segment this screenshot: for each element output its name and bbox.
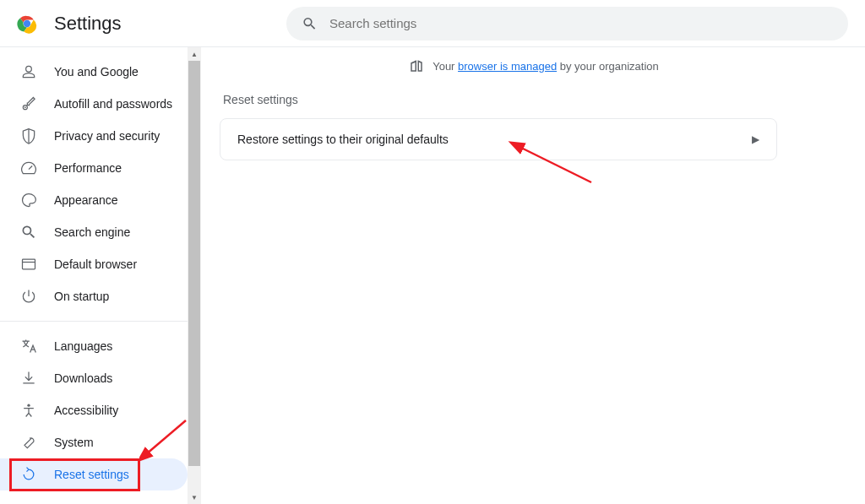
sidebar-item-system[interactable]: System <box>0 426 188 458</box>
sidebar-item-downloads[interactable]: Downloads <box>0 362 188 394</box>
sidebar-item-privacy[interactable]: Privacy and security <box>0 120 188 152</box>
sidebar-item-reset-settings[interactable]: Reset settings <box>0 458 188 490</box>
sidebar-item-label: Reset settings <box>54 468 129 481</box>
section-title: Reset settings <box>220 93 848 106</box>
search-icon <box>302 15 318 32</box>
nav-divider <box>0 321 188 322</box>
palette-icon <box>20 192 37 209</box>
sidebar-item-label: Languages <box>54 339 112 353</box>
chevron-right-icon: ▶ <box>752 133 759 145</box>
sidebar-item-on-startup[interactable]: On startup <box>0 280 188 312</box>
sidebar-item-languages[interactable]: Languages <box>0 330 188 362</box>
sidebar-item-label: Autofill and passwords <box>54 97 172 111</box>
managed-link[interactable]: browser is managed <box>458 60 557 73</box>
power-icon <box>20 288 37 305</box>
page-title: Settings <box>54 13 122 35</box>
accessibility-icon <box>20 402 37 419</box>
managed-banner: Your browser is managed by your organiza… <box>220 47 848 84</box>
scrollbar[interactable]: ▲ ▼ <box>188 47 201 504</box>
wrench-icon <box>20 434 37 451</box>
restore-defaults-card[interactable]: Restore settings to their original defau… <box>220 118 777 160</box>
sidebar-item-label: On startup <box>54 290 109 303</box>
sidebar-item-label: Downloads <box>54 371 112 385</box>
reset-icon <box>20 466 37 483</box>
sidebar-item-appearance[interactable]: Appearance <box>0 184 188 216</box>
key-icon <box>20 95 37 112</box>
person-icon <box>20 63 37 80</box>
browser-icon <box>20 256 37 273</box>
speedometer-icon <box>20 160 37 176</box>
sidebar-item-label: Performance <box>54 161 122 175</box>
scrollbar-thumb[interactable] <box>188 61 200 466</box>
building-icon <box>409 58 424 73</box>
svg-point-2 <box>24 20 30 25</box>
svg-rect-4 <box>23 259 35 269</box>
scrollbar-up-button[interactable]: ▲ <box>188 47 201 61</box>
card-label: Restore settings to their original defau… <box>237 133 449 146</box>
sidebar: You and Google Autofill and passwords Pr… <box>0 47 188 504</box>
sidebar-item-accessibility[interactable]: Accessibility <box>0 394 188 426</box>
download-icon <box>20 370 37 387</box>
scrollbar-down-button[interactable]: ▼ <box>188 490 201 504</box>
translate-icon <box>20 338 37 355</box>
search-input[interactable] <box>329 16 833 30</box>
managed-prefix: Your <box>432 60 458 73</box>
sidebar-item-label: Accessibility <box>54 404 118 417</box>
managed-suffix: by your organization <box>557 60 659 73</box>
sidebar-item-label: Privacy and security <box>54 129 160 143</box>
sidebar-item-default-browser[interactable]: Default browser <box>0 248 188 280</box>
chrome-logo-icon <box>17 14 37 34</box>
main-content: Your browser is managed by your organiza… <box>203 47 865 504</box>
sidebar-item-label: You and Google <box>54 65 139 79</box>
search-icon <box>20 224 37 241</box>
sidebar-item-label: Appearance <box>54 193 118 207</box>
sidebar-item-label: System <box>54 436 94 449</box>
sidebar-item-search-engine[interactable]: Search engine <box>0 216 188 248</box>
search-settings-box[interactable] <box>286 7 848 41</box>
sidebar-item-label: Search engine <box>54 225 130 239</box>
shield-icon <box>20 127 37 144</box>
sidebar-item-you-and-google[interactable]: You and Google <box>0 56 188 88</box>
sidebar-item-label: Default browser <box>54 257 137 271</box>
svg-point-3 <box>24 106 26 108</box>
sidebar-item-performance[interactable]: Performance <box>0 152 188 184</box>
svg-point-6 <box>27 404 30 407</box>
sidebar-item-autofill[interactable]: Autofill and passwords <box>0 88 188 120</box>
